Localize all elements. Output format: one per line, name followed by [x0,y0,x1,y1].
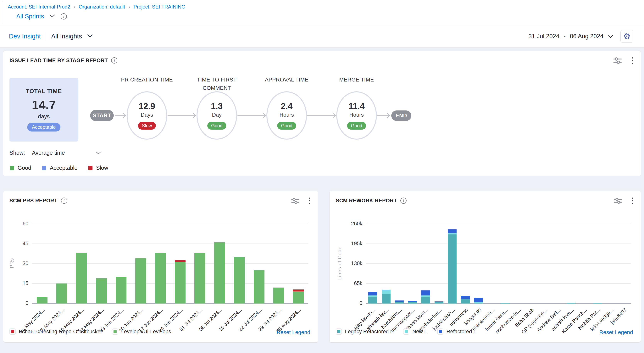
chevron-down-icon[interactable] [96,150,101,156]
insight-dropdown[interactable]: All Insights [51,33,82,40]
bar-segment[interactable] [448,230,456,233]
bar-segment[interactable] [448,234,456,303]
flow-arrow-icon [307,112,336,119]
y-axis-title: Lines of Code [337,224,343,302]
bar-segment[interactable] [474,302,483,303]
bar-segment[interactable] [214,242,225,303]
bar-segment[interactable] [382,294,390,303]
bar-segment[interactable] [461,296,470,299]
bar-segment[interactable] [461,299,470,303]
bar-segment[interactable] [395,300,404,302]
gridline [366,283,631,284]
bar-segment[interactable] [368,296,377,303]
bar-segment[interactable] [395,302,404,303]
legend-item[interactable]: Legacy Refactored L [336,328,393,335]
gridline [32,264,308,264]
info-icon[interactable]: i [60,13,67,20]
legend-item[interactable]: Acceptable [42,165,78,171]
gridline [366,264,631,264]
sprint-selector[interactable]: All Sprints [16,13,44,20]
bar-segment[interactable] [421,290,430,295]
legend-item[interactable]: Refactored L [437,328,476,335]
bar-segment[interactable] [408,302,417,302]
header-row-breadcrumb: Account: SEI-Internal-Prod2 › Organizati… [0,0,644,25]
bar-segment[interactable] [155,253,166,303]
bar-segment[interactable] [461,299,470,300]
bar-segment[interactable] [382,290,390,294]
breadcrumb-organization[interactable]: Organization: default [79,4,125,10]
bar-segment[interactable] [234,257,245,303]
chevron-down-icon[interactable] [608,33,613,40]
stage-node[interactable]: 12.9DaysSlow [127,91,167,140]
date-range-end: 06 Aug 2024 [570,33,604,40]
date-range-picker[interactable]: 31 Jul 2024 - 06 Aug 2024 [528,33,613,40]
scm-prs-report-panel: SCM PRS REPORT i 015304560PRs06 May 2024… [3,191,318,342]
bar-segment[interactable] [368,292,377,296]
bar-segment[interactable] [116,277,126,303]
stage-node[interactable]: 11.4HoursGood [336,91,377,140]
bar-segment[interactable] [368,296,377,296]
bar-segment[interactable] [194,253,205,303]
nav-dev-insight[interactable]: Dev Insight [9,33,41,40]
bar-segment[interactable] [273,288,284,303]
reset-legend-link[interactable]: Reset Legend [277,329,310,336]
bar-segment[interactable] [408,301,417,302]
bar-segment[interactable] [135,258,146,303]
bar-segment[interactable] [408,302,417,303]
y-axis-tick-label: 260k [341,221,362,227]
flow-end-pill: END [391,110,412,121]
bar-segment[interactable] [500,303,510,303]
bar-segment[interactable] [56,284,67,303]
total-time-title: TOTAL TIME [26,88,62,94]
bar-segment[interactable] [434,302,444,302]
stage-node[interactable]: 2.4HoursGood [266,91,307,140]
gridline [32,303,308,304]
legend-item[interactable]: New L [403,328,427,335]
bar-segment[interactable] [254,270,264,303]
bar-segment[interactable] [293,290,304,292]
kebab-menu-icon[interactable] [631,56,634,65]
y-axis-tick-label: 65k [341,280,362,286]
bar-segment[interactable] [293,292,304,303]
status-badge: Good [207,122,226,130]
show-label: Show: [10,150,25,156]
settings-button[interactable]: ⚙ [620,30,633,43]
bar-segment[interactable] [175,262,186,303]
legend-item[interactable]: Slow [88,165,108,171]
insight-nav: Dev Insight All Insights [9,32,93,41]
gridline [32,244,308,244]
stage-node[interactable]: 1.3DayGood [196,91,237,140]
bar-segment[interactable] [37,297,48,303]
reset-legend-link[interactable]: Reset Legend [600,329,633,336]
bar-segment[interactable] [382,290,390,290]
gridline [366,224,631,224]
stage-unit: Hours [350,112,364,118]
bar-segment[interactable] [474,303,483,303]
chevron-down-icon[interactable] [87,34,93,38]
chevron-down-icon[interactable] [50,14,55,19]
bar-segment[interactable] [448,233,456,235]
sliders-icon[interactable] [613,56,622,65]
bar-segment[interactable] [434,302,444,303]
bar-segment[interactable] [175,260,186,262]
bar-segment[interactable] [96,278,107,303]
info-icon[interactable]: i [111,57,117,64]
legend-swatch-color [439,330,442,333]
bar-segment[interactable] [395,302,404,302]
bar-segment[interactable] [421,296,430,297]
bar-segment[interactable] [434,302,444,302]
legend-item[interactable]: Good [10,165,31,171]
bar-segment[interactable] [474,298,483,302]
legend-item[interactable]: Levelops/Ui-Levelops [112,328,171,335]
breadcrumb-account[interactable]: Account: SEI-Internal-Prod2 [8,4,70,10]
bar-segment[interactable] [421,297,430,303]
panel-title: ISSUE LEAD TIME BY STAGE REPORT [10,58,108,64]
breadcrumb-project[interactable]: Project: SEI TRAINING [134,4,185,10]
vertical-divider [46,32,46,41]
legend-item[interactable]: Esha610/Testing-Repo-Of-Bitbucket [10,328,102,335]
bar-segment[interactable] [567,302,576,303]
top-header: Account: SEI-Internal-Prod2 › Organizati… [0,0,644,48]
flow-arrow-icon [115,112,126,119]
bar-segment[interactable] [76,253,87,303]
show-dropdown[interactable]: Average time [32,150,65,156]
